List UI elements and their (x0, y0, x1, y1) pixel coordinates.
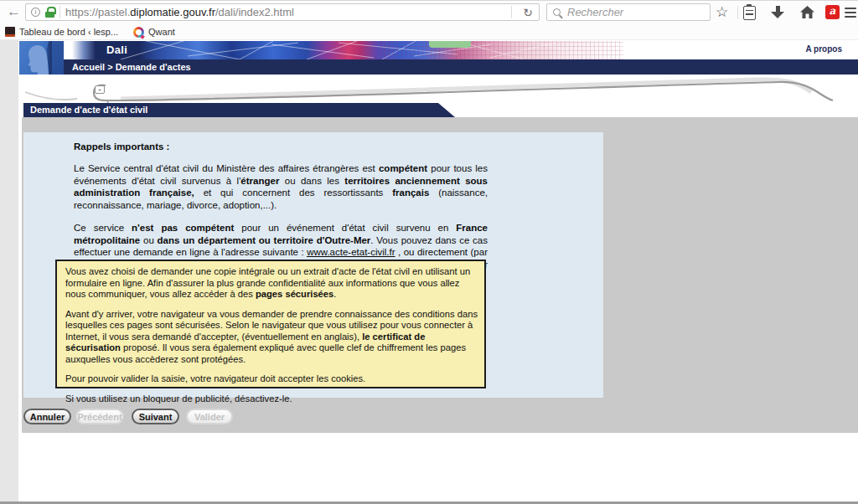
text-segment: pour un événement d'état civil survenu e… (234, 223, 456, 233)
text-segment: ou dans les (279, 176, 344, 186)
suivant-button[interactable]: Suivant (132, 409, 179, 424)
intro-heading: Rappels importants : (74, 141, 488, 152)
divider (511, 6, 512, 18)
collapse-button[interactable]: - (95, 85, 105, 94)
qwant-favicon-icon (133, 27, 144, 38)
text-segment: compétent (379, 163, 427, 173)
swoosh-decoration (20, 74, 858, 103)
notice-paragraph: Vous avez choisi de demander une copie i… (65, 266, 478, 301)
notice-paragraph: Pour pouvoir valider la saisie, votre na… (65, 373, 478, 385)
text-segment: Le Service central d'état civil du Minis… (74, 163, 379, 173)
inline-link[interactable]: www.acte-etat-civil.fr (307, 247, 395, 257)
text-segment: ou (140, 235, 157, 245)
back-button[interactable]: ← (7, 3, 21, 20)
face-profile-icon (19, 41, 64, 75)
bookmark-star-icon[interactable]: ☆ (716, 3, 728, 21)
text-segment: pages sécurisées (256, 289, 333, 299)
banner-grid-decoration (380, 41, 623, 59)
menu-icon[interactable] (845, 8, 856, 19)
annuler-button[interactable]: Annuler (23, 409, 71, 424)
bookmarks-menu-icon[interactable] (743, 6, 756, 20)
bookmark-label: Tableau de bord ‹ lesp... (19, 27, 118, 37)
text-segment: dans un département ou territoire d'Outr… (158, 235, 371, 245)
divider (737, 6, 738, 19)
url-domain: diplomatie.gouv.fr (130, 6, 215, 18)
bookmark-label: Qwant (148, 27, 175, 37)
url-scheme: https://pastel. (65, 6, 130, 18)
downloads-icon[interactable] (771, 6, 785, 19)
bookmark-item-qwant[interactable]: Qwant (118, 27, 175, 38)
about-link[interactable]: A propos (805, 44, 842, 54)
notice-paragraph: Avant d'y arriver, votre navigateur va v… (65, 309, 478, 366)
section-tab: Demande d'acte d'état civil (23, 103, 455, 117)
text-segment: proposé. Il vous sera également expliqué… (65, 342, 466, 364)
app-title: Dali (106, 44, 127, 56)
url-text[interactable]: https://pastel.diplomatie.gouv.fr/dali/i… (65, 6, 506, 18)
browser-window: ← i https://pastel.diplomatie.gouv.fr/da… (0, 0, 858, 504)
page-content: Dali Accueil > Demande d'actes A propos … (0, 40, 858, 504)
site-logo (19, 41, 64, 75)
search-icon (553, 8, 561, 16)
notice-box: Vous avez choisi de demander une copie i… (55, 260, 486, 388)
text-segment: français (392, 188, 429, 198)
breadcrumb[interactable]: Accueil > Demande d'actes (64, 59, 858, 75)
page-info-icon[interactable]: i (31, 8, 40, 17)
banner-green-bar (429, 41, 471, 48)
bookmark-item-dashboard[interactable]: Tableau de bord ‹ lesp... (0, 27, 118, 37)
text-segment: Ce service (74, 223, 132, 233)
text-segment: n'est pas compétent (132, 223, 234, 233)
bookmarks-toolbar: Tableau de bord ‹ lesp... Qwant (0, 24, 858, 40)
home-icon[interactable] (799, 5, 815, 23)
browser-toolbar: ← i https://pastel.diplomatie.gouv.fr/da… (0, 1, 858, 24)
reload-icon[interactable]: ↻ (523, 6, 533, 19)
search-placeholder: Rechercher (567, 6, 623, 18)
info-panel: Rappels importants : Le Service central … (23, 132, 603, 398)
valider-button: Valider (186, 409, 233, 424)
divider (59, 6, 60, 18)
https-lock-icon[interactable] (45, 7, 54, 18)
text-segment: et qui concernent des ressortissants (194, 188, 392, 198)
text-segment: . (333, 289, 336, 299)
search-bar[interactable]: Rechercher (546, 3, 711, 21)
intro-paragraph: Le Service central d'état civil du Minis… (74, 162, 488, 211)
text-segment: étranger (240, 176, 279, 186)
url-path: /dali/index2.html (215, 6, 294, 18)
site-banner: Dali (20, 41, 858, 59)
text-segment: Pour pouvoir valider la saisie, votre na… (65, 373, 365, 383)
avira-extension-icon[interactable]: a (825, 5, 840, 19)
dashboard-favicon-icon (5, 27, 15, 37)
page-left-margin (0, 40, 18, 504)
url-bar[interactable]: i https://pastel.diplomatie.gouv.fr/dali… (25, 3, 540, 21)
notice-paragraph: Si vous utilisez un bloqueur de publicit… (65, 393, 478, 405)
precedent-button: Précédent (75, 409, 124, 424)
text-segment: Si vous utilisez un bloqueur de publicit… (65, 393, 292, 404)
